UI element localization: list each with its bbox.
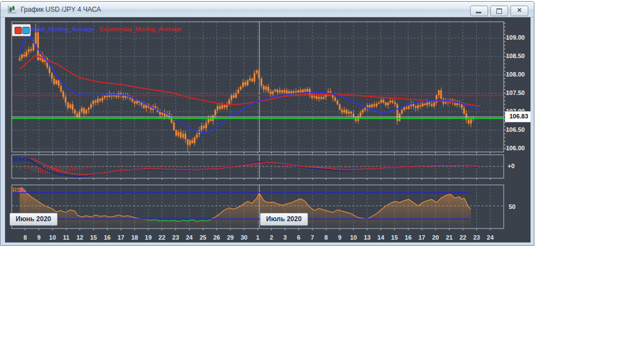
current-price-tag: 106.83 <box>505 111 531 122</box>
month-label-july: Июль 2020 <box>260 213 308 226</box>
indicator-chips-toolbar <box>12 24 31 36</box>
close-icon: ✕ <box>511 7 528 14</box>
red-indicator-chip[interactable] <box>15 27 22 34</box>
macd-zero-axis-label: +0 <box>508 163 515 169</box>
chart-client-area: Exponential_Moving_Average Exponential_M… <box>5 17 531 242</box>
legend-ma-slow: Exponential_Moving_Average <box>100 26 181 32</box>
window-titlebar[interactable]: График USD /JPY 4 ЧАСА ✕ <box>1 2 534 17</box>
candlestick-chart-icon <box>7 5 17 14</box>
restore-icon <box>496 8 502 14</box>
close-button[interactable]: ✕ <box>510 6 528 16</box>
price-axis-label: 108.00 <box>506 71 531 78</box>
chart-canvas[interactable] <box>5 17 531 242</box>
restore-button[interactable] <box>490 6 508 16</box>
window-title: График USD /JPY 4 ЧАСА <box>21 6 101 13</box>
macd-panel-label: MACD <box>12 156 31 163</box>
window-controls: ✕ <box>470 6 528 16</box>
rsi-panel-label: RSI <box>12 187 22 193</box>
price-axis-label: 106.00 <box>506 145 531 151</box>
minimize-button[interactable] <box>470 6 488 16</box>
chart-window: График USD /JPY 4 ЧАСА ✕ Exponential_Mov… <box>0 1 534 246</box>
month-label-june: Июнь 2020 <box>10 213 58 226</box>
price-axis-label: 106.50 <box>506 126 531 133</box>
minimize-icon <box>476 12 481 13</box>
indicator-legend: Exponential_Moving_Average Exponential_M… <box>13 26 181 32</box>
price-axis-label: 109.00 <box>506 34 531 41</box>
price-axis-label: 108.50 <box>506 53 531 59</box>
price-axis-label: 107.50 <box>506 89 531 96</box>
rsi-50-axis-label: 50 <box>509 203 515 210</box>
blue-indicator-chip[interactable] <box>22 27 30 34</box>
x-axis-label: 24 <box>482 234 498 241</box>
